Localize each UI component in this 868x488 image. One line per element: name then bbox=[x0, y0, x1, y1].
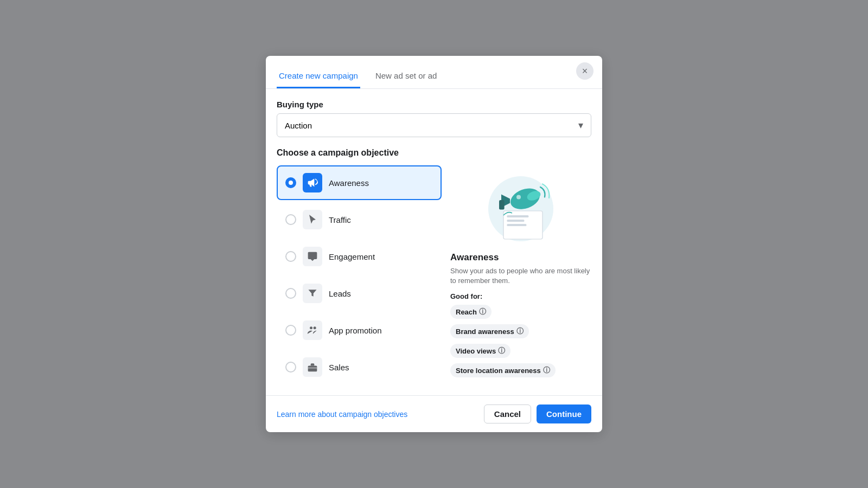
traffic-icon-box bbox=[303, 210, 322, 229]
tab-create-campaign[interactable]: Create new campaign bbox=[277, 65, 360, 88]
engagement-icon-box bbox=[303, 247, 322, 266]
footer-buttons: Cancel Continue bbox=[484, 404, 591, 423]
campaign-modal: Create new campaign New ad set or ad × B… bbox=[266, 56, 602, 432]
detail-panel: Awareness Show your ads to people who ar… bbox=[450, 165, 591, 387]
engagement-label: Engagement bbox=[329, 252, 375, 261]
learn-more-link[interactable]: Learn more about campaign objectives bbox=[277, 410, 407, 419]
objective-leads[interactable]: Leads bbox=[277, 276, 442, 311]
tag-store-location-label: Store location awareness bbox=[456, 367, 541, 375]
tag-video-views: Video views ⓘ bbox=[450, 344, 510, 358]
content-area: Awareness Traffic bbox=[277, 165, 591, 387]
section-title: Choose a campaign objective bbox=[277, 148, 591, 158]
radio-engagement bbox=[285, 251, 296, 262]
svg-point-0 bbox=[310, 326, 312, 329]
app-promotion-label: App promotion bbox=[329, 326, 382, 335]
info-icon-reach: ⓘ bbox=[479, 307, 486, 317]
tab-new-ad-set[interactable]: New ad set or ad bbox=[373, 65, 439, 88]
megaphone-icon bbox=[307, 177, 318, 188]
cancel-button[interactable]: Cancel bbox=[484, 404, 531, 423]
svg-rect-6 bbox=[507, 215, 528, 217]
detail-title: Awareness bbox=[450, 252, 591, 263]
briefcase-icon bbox=[307, 362, 318, 373]
leads-label: Leads bbox=[329, 289, 351, 298]
radio-sales bbox=[285, 362, 296, 373]
svg-rect-2 bbox=[308, 366, 317, 372]
good-for-label: Good for: bbox=[450, 292, 591, 300]
buying-type-value: Auction bbox=[285, 121, 312, 130]
continue-button[interactable]: Continue bbox=[537, 404, 591, 423]
traffic-label: Traffic bbox=[329, 215, 351, 224]
chat-icon bbox=[307, 251, 318, 262]
tag-video-views-label: Video views bbox=[456, 347, 496, 355]
info-icon-video-views: ⓘ bbox=[498, 346, 505, 356]
svg-rect-8 bbox=[507, 224, 526, 226]
close-button[interactable]: × bbox=[576, 62, 593, 80]
tag-brand-awareness: Brand awareness ⓘ bbox=[450, 324, 529, 338]
filter-icon bbox=[307, 288, 318, 299]
svg-point-1 bbox=[314, 326, 316, 329]
leads-icon-box bbox=[303, 284, 322, 303]
sales-icon-box bbox=[303, 357, 322, 377]
tag-store-location: Store location awareness ⓘ bbox=[450, 363, 556, 377]
dropdown-arrow-icon: ▾ bbox=[578, 119, 583, 131]
objectives-list: Awareness Traffic bbox=[277, 165, 442, 387]
modal-footer: Learn more about campaign objectives Can… bbox=[266, 395, 602, 432]
modal-body: Buying type Auction ▾ Choose a campaign … bbox=[266, 89, 602, 387]
radio-traffic bbox=[285, 214, 296, 225]
close-icon: × bbox=[582, 66, 588, 77]
tag-reach: Reach ⓘ bbox=[450, 305, 492, 319]
tag-reach-label: Reach bbox=[456, 308, 477, 316]
people-icon bbox=[307, 325, 318, 336]
svg-rect-7 bbox=[507, 220, 524, 222]
objective-engagement[interactable]: Engagement bbox=[277, 239, 442, 274]
tag-brand-awareness-label: Brand awareness bbox=[456, 328, 514, 336]
objective-traffic[interactable]: Traffic bbox=[277, 202, 442, 237]
tags-container: Reach ⓘ Brand awareness ⓘ bbox=[450, 305, 591, 381]
buying-type-dropdown[interactable]: Auction ▾ bbox=[277, 113, 591, 137]
objective-awareness[interactable]: Awareness bbox=[277, 165, 442, 200]
svg-rect-11 bbox=[499, 200, 505, 210]
buying-type-label: Buying type bbox=[277, 100, 591, 109]
detail-description: Show your ads to people who are most lik… bbox=[450, 266, 591, 286]
radio-app-promotion bbox=[285, 325, 296, 336]
modal-header: Create new campaign New ad set or ad × bbox=[266, 56, 602, 89]
objective-sales[interactable]: Sales bbox=[277, 350, 442, 384]
radio-awareness bbox=[285, 177, 296, 188]
modal-overlay: Create new campaign New ad set or ad × B… bbox=[0, 0, 868, 488]
awareness-label: Awareness bbox=[329, 178, 369, 188]
app-promotion-icon-box bbox=[303, 320, 322, 340]
cursor-icon bbox=[308, 215, 317, 224]
info-icon-brand-awareness: ⓘ bbox=[516, 326, 524, 336]
svg-point-12 bbox=[516, 195, 521, 199]
awareness-icon-box bbox=[303, 173, 322, 192]
objective-app-promotion[interactable]: App promotion bbox=[277, 313, 442, 348]
sales-label: Sales bbox=[329, 363, 349, 372]
radio-leads bbox=[285, 288, 296, 299]
info-icon-store-location: ⓘ bbox=[543, 365, 550, 375]
awareness-illustration bbox=[477, 171, 564, 247]
